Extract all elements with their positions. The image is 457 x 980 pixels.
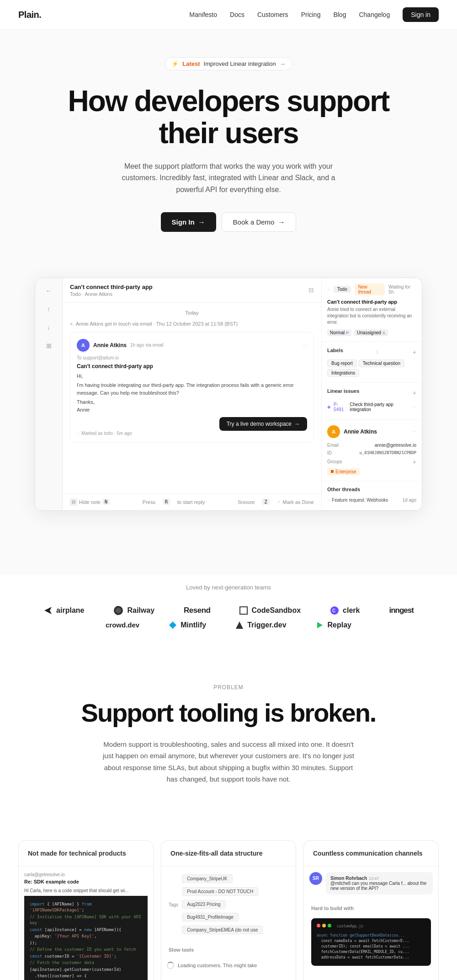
nav-link-pricing[interactable]: Pricing: [301, 11, 321, 18]
demo-labels-add[interactable]: +: [413, 348, 416, 356]
tag3: Aug2023 Pricing: [182, 900, 225, 909]
card1-email-mock: carla@getresolve.io Re: SDK example code…: [19, 867, 153, 980]
svg-marker-6: [236, 621, 243, 629]
logo-airplane: airplane: [29, 605, 99, 616]
sidebar-back-icon[interactable]: ←: [43, 285, 54, 296]
sidebar-layout-icon[interactable]: ⊞: [43, 340, 54, 351]
card2-title: One-size-fits-all data structure: [170, 850, 287, 857]
triggerdev-icon: [235, 621, 244, 629]
demo-thread-title: Can't connect third-party app: [70, 284, 153, 290]
logo-replay: Replay: [301, 621, 366, 629]
tag4: Bug4931_ProfileImage: [182, 913, 239, 921]
svg-rect-2: [240, 607, 247, 614]
linear-issue-menu[interactable]: ···: [413, 404, 416, 409]
label-bug-report[interactable]: Bug report: [327, 359, 357, 367]
demo-event: ● Annie Atkins got in touch via email · …: [70, 321, 314, 327]
card2-tags: Tags Company_StripeUK Prod Account - DO …: [161, 867, 296, 947]
code-line-5: });: [30, 940, 142, 947]
hero-section: ⚡ Latest Improved Linear integration → H…: [0, 30, 457, 278]
card-not-technical: Not made for technical products carla@ge…: [18, 840, 154, 980]
nav-link-blog[interactable]: Blog: [333, 11, 346, 18]
hero-badge-arrow: →: [280, 60, 286, 67]
demo-other-thread-item[interactable]: ○ Feature request: Webhooks 1d ago: [327, 496, 416, 504]
tag1: Company_StripeUK: [182, 874, 232, 883]
demo-unassigned-badge[interactable]: Unassigned A: [354, 329, 388, 336]
tag5: Company_StripeEMEA (do not use: [182, 926, 263, 934]
sidebar-down-icon[interactable]: ↓: [43, 322, 54, 333]
hero-signin-arrow: →: [198, 218, 205, 226]
nav-link-docs[interactable]: Docs: [230, 11, 244, 18]
card2-slow-tools-label: Slow tools: [161, 947, 296, 956]
hero-buttons: Sign In → Book a Demo →: [18, 212, 439, 232]
demo-panel-customer-section: A Annie Atkins ··· Email annie@getresolv…: [322, 420, 422, 481]
hero-demo-arrow: →: [278, 218, 285, 226]
demo-sidebar: ← ↑ ↓ ⊞: [35, 278, 63, 510]
demo-new-thread-badge[interactable]: New thread: [355, 284, 385, 295]
railway-icon: [113, 605, 123, 616]
svg-point-1: [116, 608, 121, 613]
codesandbox-icon: [239, 606, 248, 615]
demo-linear-issue[interactable]: ◈ P-5491 Check third-party app integrati…: [327, 400, 416, 414]
logo[interactable]: Plain.: [18, 10, 41, 20]
logos-grid: airplane Railway Resend CodeSandbox C cl…: [18, 605, 439, 629]
demo-priority-badge[interactable]: Normal P: [327, 329, 351, 336]
nav-link-changelog[interactable]: Changelog: [359, 11, 390, 18]
problem-title: Support tooling is broken.: [18, 698, 439, 728]
demo-panel-status-section: ○ Todo New thread Waiting for 5h Can't c…: [322, 278, 422, 342]
sidebar-up-icon[interactable]: ↑: [43, 304, 54, 315]
problem-label: Problem: [18, 684, 439, 691]
linear-issue-id: P-5491: [334, 402, 347, 412]
card1-email-body-preview: Hi Carla, here is a code snippet that sh…: [24, 888, 148, 893]
demo-panel-thread-title: Can't connect third-party app: [327, 299, 416, 305]
logo-triggerdev: Trigger.dev: [221, 621, 301, 629]
label-tech-question[interactable]: Technical question: [359, 359, 404, 367]
hero-signin-button[interactable]: Sign In →: [161, 212, 216, 232]
logos-label: Loved by next-generation teams: [18, 584, 439, 591]
nav-link-customers[interactable]: Customers: [257, 11, 288, 18]
card1-code-block: import { [APIName] } from '[APINameSDKPa…: [24, 896, 148, 980]
customer-groups-add[interactable]: +: [413, 458, 416, 466]
terminal-line-2: const nameData = await fetchCustomerD...: [317, 938, 425, 944]
demo-press-suffix: to start reply: [177, 499, 205, 505]
demo-live-badge[interactable]: Try a live demo workspace →: [219, 417, 307, 431]
loading-spinner: [167, 962, 174, 969]
demo-thread-queue: Todo · Annie Atkins: [70, 291, 153, 297]
nav-signin-button[interactable]: Sign in: [403, 7, 439, 22]
demo-date-divider: Today: [70, 310, 314, 316]
demo-linear-add[interactable]: +: [413, 389, 416, 396]
hero-title-line1: How developers support: [68, 85, 389, 118]
card3-terminal: customApp.js async function getSupportDe…: [304, 918, 438, 973]
demo-ui: ← ↑ ↓ ⊞ Can't connect third-party app To…: [35, 278, 422, 511]
customer-groups-label: Groups: [327, 459, 342, 464]
demo-customer-menu[interactable]: ···: [413, 429, 416, 434]
hero-badge-latest: Latest: [182, 60, 200, 67]
demo-hide-key: N: [102, 499, 110, 505]
nav-link-manifesto[interactable]: Manifesto: [189, 11, 217, 18]
hero-demo-label: Book a Demo: [233, 218, 275, 226]
card-one-size: One-size-fits-all data structure Tags Co…: [161, 840, 296, 980]
hero-badge-link[interactable]: ⚡ Latest Improved Linear integration →: [165, 57, 292, 70]
hero-badge-text: Improved Linear integration: [204, 60, 276, 67]
customer-email-value: annie@getresolve.io: [375, 443, 416, 448]
demo-panel-thread-desc: Annie tried to connect an external integ…: [327, 306, 416, 326]
demo-mark-done[interactable]: ✓ Mark as Done: [277, 499, 314, 505]
logo-codesandbox: CodeSandbox: [225, 605, 315, 616]
card3-hard-label: Hard to build with: [304, 904, 438, 915]
demo-email-subject: Can't connect third-party app: [77, 363, 307, 370]
cards-grid: Not made for technical products carla@ge…: [0, 840, 457, 980]
logo-clerk: C clerk: [315, 605, 374, 616]
card1-title: Not made for technical products: [28, 850, 144, 857]
hero-title: How developers support their users: [18, 85, 439, 150]
demo-header-icon[interactable]: ⊟: [308, 286, 314, 294]
card2-loading-row: Loading customers. This might take: [161, 956, 296, 975]
code-line-6: // Define the customer ID you want to fe…: [30, 947, 142, 953]
logo-railway: Railway: [99, 605, 169, 616]
hero-signin-label: Sign In: [172, 218, 195, 226]
card1-email-subject: Re: SDK example code: [24, 879, 148, 884]
demo-email-menu[interactable]: ···: [303, 342, 307, 348]
code-line-4: apiKey: '[Your API Key]',: [30, 933, 142, 940]
label-integrations[interactable]: Integrations: [327, 369, 359, 377]
hero-demo-button[interactable]: Book a Demo →: [222, 212, 297, 232]
replay-icon: [316, 621, 324, 629]
logo-crowddev: crowd.dev: [91, 621, 154, 629]
